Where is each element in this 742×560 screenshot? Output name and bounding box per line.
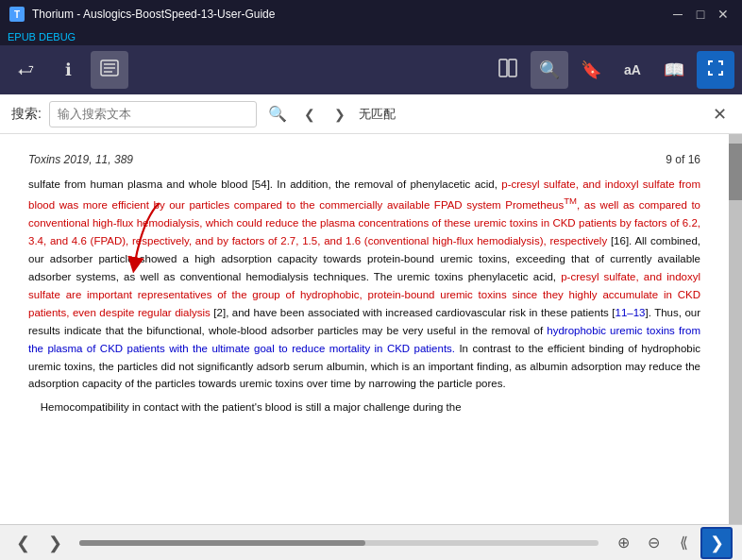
search-label: 搜索: (11, 106, 42, 123)
toc-icon (99, 58, 120, 83)
app-icon: T (9, 7, 25, 22)
bookmark-button[interactable]: 🔖 (572, 51, 610, 89)
bottom-bar: ❮ ❯ ⊕ ⊖ ⟪ ❯ 显示阅读位置 (0, 524, 742, 560)
info-button[interactable]: ℹ (49, 51, 87, 89)
prev-page-icon: ❮ (16, 533, 30, 553)
search-icon: 🔍 (539, 59, 560, 80)
info-icon: ℹ (65, 59, 72, 80)
search-button[interactable]: 🔍 (531, 51, 568, 89)
fast-backward-icon: ⟪ (680, 534, 688, 552)
page-view-icon (497, 58, 518, 83)
svg-rect-4 (499, 59, 507, 76)
font-icon: aA (624, 62, 641, 77)
next-page-button[interactable]: ❯ (42, 530, 68, 556)
toolbar: ⮐ ℹ 🔍 🔖 aA 📖 (0, 45, 742, 94)
back-button[interactable]: ⮐ (8, 51, 45, 89)
close-icon: ✕ (713, 105, 727, 124)
title-bar: T Thorium - Auslogics-BoostSpeed-13-User… (0, 0, 742, 28)
toc-button[interactable] (91, 51, 128, 89)
debug-bar: EPUB DEBUG (0, 28, 742, 45)
red-text-p-cresyl-2: p-cresyl sulfate, and indoxyl sulfate ar… (28, 271, 700, 318)
minimize-button[interactable]: ─ (668, 5, 687, 24)
page-view-button[interactable] (489, 51, 527, 89)
reader-icon: 📖 (664, 59, 684, 80)
search-prev-button[interactable]: ❮ (298, 105, 321, 124)
journal-name: Toxins 2019, 11, 389 (28, 153, 133, 166)
search-input[interactable] (49, 101, 257, 127)
red-text-p-cresyl-1: p-cresyl sulfate, and indoxyl sulfate fr… (28, 178, 700, 246)
scrollbar[interactable] (729, 134, 742, 524)
close-button[interactable]: ✕ (714, 5, 733, 24)
search-prev-icon: ❮ (304, 107, 315, 122)
page-header: Toxins 2019, 11, 389 9 of 16 (28, 153, 700, 166)
search-no-match: 无匹配 (359, 106, 396, 123)
forward-icon: ❯ (710, 533, 724, 553)
fast-backward-button[interactable]: ⟪ (670, 530, 697, 556)
paragraph-2: Hemocompatibility in contact with the pa… (28, 399, 700, 416)
zoom-in-button[interactable]: ⊕ (610, 530, 636, 556)
debug-label: EPUB DEBUG (8, 31, 76, 42)
search-next-icon: ❯ (334, 107, 346, 122)
search-bar: 搜索: 🔍 ❮ ❯ 无匹配 ✕ (0, 94, 742, 134)
fullscreen-button[interactable] (697, 51, 734, 89)
zoom-in-icon: ⊕ (617, 534, 630, 552)
paragraph-1: sulfate from human plasma and whole bloo… (28, 176, 700, 393)
prev-page-button[interactable]: ❮ (9, 530, 36, 556)
blue-link-ref: 11–13 (616, 307, 646, 318)
svg-rect-5 (509, 59, 516, 76)
zoom-out-button[interactable]: ⊖ (640, 530, 666, 556)
bottom-bar-wrapper: ❮ ❯ ⊕ ⊖ ⟪ ❯ 显示阅读位置 (0, 524, 742, 560)
maximize-button[interactable]: □ (691, 5, 710, 24)
page-number: 9 of 16 (666, 153, 700, 166)
window-title: Thorium - Auslogics-BoostSpeed-13-User-G… (32, 8, 275, 21)
forward-nav-button[interactable]: ❯ (700, 527, 733, 559)
content-area: Toxins 2019, 11, 389 9 of 16 sulfate fro… (0, 134, 742, 524)
back-icon: ⮐ (18, 60, 35, 80)
blue-text-hydrophobic: hydrophobic uremic toxins from the plasm… (28, 325, 700, 354)
window-controls: ─ □ ✕ (668, 5, 733, 24)
page-text-content: sulfate from human plasma and whole bloo… (28, 176, 700, 416)
bottom-right-buttons: ⊕ ⊖ ⟪ ❯ (610, 527, 733, 559)
page-content: Toxins 2019, 11, 389 9 of 16 sulfate fro… (0, 134, 729, 524)
zoom-out-icon: ⊖ (648, 534, 660, 552)
fullscreen-icon (705, 58, 726, 83)
search-submit-icon: 🔍 (268, 106, 287, 122)
progress-bar[interactable] (79, 540, 599, 546)
search-submit-button[interactable]: 🔍 (264, 103, 291, 125)
next-page-icon: ❯ (48, 533, 62, 553)
progress-fill (79, 540, 365, 546)
reader-mode-button[interactable]: 📖 (655, 51, 693, 89)
search-close-button[interactable]: ✕ (709, 102, 731, 127)
font-button[interactable]: aA (614, 51, 651, 89)
scrollbar-thumb[interactable] (729, 144, 742, 200)
search-next-button[interactable]: ❯ (329, 105, 351, 124)
bookmark-icon: 🔖 (581, 59, 601, 80)
